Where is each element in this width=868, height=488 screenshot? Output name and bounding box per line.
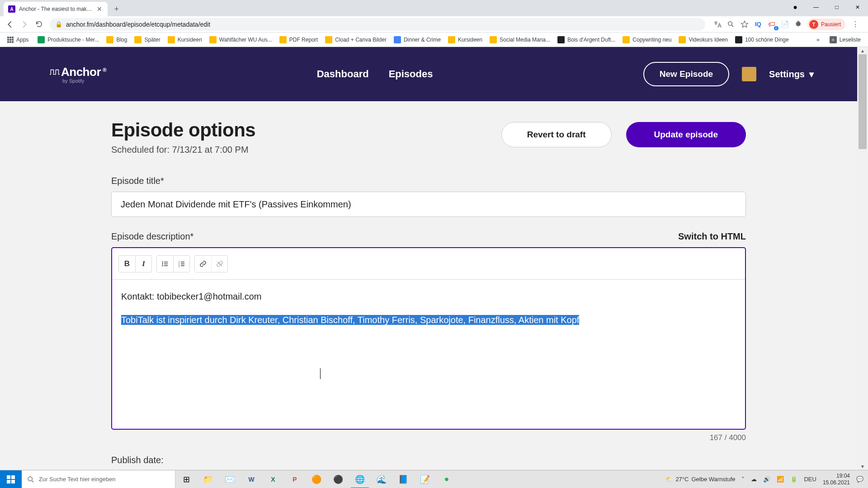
notepad-icon[interactable]: 📝 — [414, 470, 436, 488]
reload-button[interactable] — [33, 18, 45, 31]
bookmark-label: Später — [144, 37, 160, 43]
bookmark-label: Wahlfächer WU Aus... — [219, 37, 272, 43]
task-view-icon[interactable]: ⊞ — [175, 470, 197, 488]
anchor-logo[interactable]: ⎍⎍Anchor® by Spotify — [50, 65, 106, 84]
nav-episodes[interactable]: Episodes — [389, 68, 433, 80]
user-avatar[interactable] — [742, 67, 756, 81]
wifi-icon[interactable]: 📶 — [777, 476, 784, 483]
bookmark-item[interactable]: Kursideen — [444, 36, 486, 43]
back-button[interactable] — [4, 18, 16, 31]
extension-iq-icon[interactable]: IQ — [753, 19, 763, 29]
episode-description-label: Episode description* — [111, 231, 193, 242]
profile-chip[interactable]: T Pausiert — [807, 19, 845, 30]
address-bar[interactable]: 🔒 anchor.fm/dashboard/episode/etcqup/met… — [50, 18, 705, 31]
tab-close-icon[interactable]: ✕ — [96, 6, 103, 12]
svg-point-7 — [28, 477, 32, 481]
bookmark-label: 100 schöne Dinge — [745, 37, 789, 43]
bookmark-label: Kursideen — [458, 37, 482, 43]
chrome-icon[interactable]: 🌐 — [349, 470, 371, 488]
weather-widget[interactable]: ⛅ 27°C Gelbe Warnstufe — [665, 476, 735, 483]
notifications-icon[interactable]: 💬 — [856, 476, 863, 483]
bookmark-item[interactable]: Später — [131, 36, 164, 43]
bookmark-icon — [679, 36, 686, 43]
numbered-list-button[interactable]: 123 — [173, 256, 189, 272]
language-indicator[interactable]: DEU — [804, 476, 816, 483]
word-icon[interactable]: W — [241, 470, 262, 488]
character-count: 167 / 4000 — [111, 433, 746, 442]
extensions-puzzle-icon[interactable] — [794, 19, 804, 29]
close-window-button[interactable]: ✕ — [847, 0, 868, 14]
bookmark-item[interactable]: Dinner & Crime — [390, 36, 444, 43]
bookmark-item[interactable]: Videokurs Ideen — [675, 36, 731, 43]
onedrive-icon[interactable]: ☁ — [751, 476, 757, 483]
anchor-wave-icon: ⎍⎍ — [50, 67, 59, 77]
settings-dropdown[interactable]: Settings ▾ — [769, 69, 814, 80]
clock[interactable]: 19:04 15.06.2021 — [823, 473, 850, 486]
bookmark-item[interactable]: Social Media Mana... — [486, 36, 554, 43]
switch-to-html-button[interactable]: Switch to HTML — [678, 231, 746, 242]
taskbar-search[interactable]: Zur Suche Text hier eingeben — [22, 470, 175, 488]
battery-icon[interactable]: 🔋 — [790, 476, 797, 483]
scroll-down-arrow[interactable]: ▼ — [857, 463, 868, 470]
bookmark-item[interactable]: Kursideen — [164, 36, 206, 43]
scroll-thumb[interactable] — [859, 54, 867, 149]
bookmark-item[interactable]: Blog — [103, 36, 131, 43]
nav-dashboard[interactable]: Dashboard — [317, 68, 369, 80]
translate-icon[interactable] — [712, 19, 722, 29]
reading-list-button[interactable]: ≡ Leseliste — [826, 36, 864, 43]
vertical-scrollbar[interactable]: ▲ ▼ — [857, 47, 868, 470]
revert-to-draft-button[interactable]: Revert to draft — [501, 122, 612, 147]
apps-button[interactable]: Apps — [4, 37, 32, 43]
excel-icon[interactable]: X — [262, 470, 284, 488]
chevron-down-icon: ▾ — [809, 69, 814, 80]
browser-tab[interactable]: A Anchor - The easiest to mak… ✕ — [4, 2, 108, 16]
unlink-button[interactable] — [211, 256, 227, 272]
bookmarks-overflow[interactable]: » — [814, 37, 822, 43]
minimize-button[interactable]: — — [806, 0, 826, 14]
bold-button[interactable]: B — [119, 256, 135, 272]
bookmark-item[interactable]: Copywriting neu — [619, 36, 675, 43]
bookmark-item[interactable]: PDF Report — [276, 36, 321, 43]
tray-chevron-up-icon[interactable]: ˄ — [741, 476, 745, 483]
italic-button[interactable]: I — [135, 256, 151, 272]
bookmark-item[interactable]: Bois d'Argent Duft... — [554, 36, 619, 43]
account-dot-icon[interactable]: ● — [785, 0, 806, 14]
edge-icon[interactable]: 🌊 — [371, 470, 392, 488]
chrome-menu-button[interactable]: ⋮ — [849, 18, 862, 31]
mail-icon[interactable]: ✉️ — [219, 470, 241, 488]
bullet-list-button[interactable] — [157, 256, 173, 272]
powerpoint-icon[interactable]: P — [284, 470, 306, 488]
link-button[interactable] — [195, 256, 211, 272]
weather-icon: ⛅ — [665, 476, 673, 483]
app-icon-1[interactable]: 🟠 — [306, 470, 327, 488]
app-icon-2[interactable]: 📘 — [392, 470, 414, 488]
extension-script-icon[interactable]: 📄 — [780, 19, 790, 29]
zoom-icon[interactable] — [726, 19, 736, 29]
bookmark-item[interactable]: Wahlfächer WU Aus... — [206, 36, 276, 43]
maximize-button[interactable]: □ — [826, 0, 847, 14]
start-button[interactable] — [0, 470, 22, 488]
extension-cart-icon[interactable]: 🏷0 — [767, 19, 777, 29]
update-episode-button[interactable]: Update episode — [626, 122, 746, 147]
spotify-icon[interactable]: ● — [436, 470, 458, 488]
editor-textarea[interactable]: Kontakt: tobibecker1@hotmail.com TobiTal… — [112, 280, 745, 429]
episode-title-input[interactable] — [111, 192, 746, 217]
volume-icon[interactable]: 🔊 — [763, 476, 770, 483]
new-episode-button[interactable]: New Episode — [643, 62, 729, 86]
bookmark-icon — [623, 36, 630, 43]
file-explorer-icon[interactable]: 📁 — [197, 470, 219, 488]
scroll-up-arrow[interactable]: ▲ — [857, 47, 868, 54]
bookmark-label: Cload + Canva Bilder — [335, 37, 387, 43]
obs-icon[interactable]: ⚫ — [327, 470, 349, 488]
lock-icon: 🔒 — [55, 21, 62, 28]
forward-button[interactable] — [18, 18, 31, 31]
bookmark-item[interactable]: 100 schöne Dinge — [731, 36, 793, 43]
desc-line-2-selected: TobiTalk ist inspiriert durch Dirk Kreut… — [121, 315, 579, 325]
bookmark-star-icon[interactable] — [740, 19, 750, 29]
bookmark-item[interactable]: Cload + Canva Bilder — [321, 36, 390, 43]
profile-avatar: T — [809, 20, 818, 29]
bookmark-item[interactable]: Produktsuche - Mer... — [34, 36, 103, 43]
anchor-header: ⎍⎍Anchor® by Spotify Dashboard Episodes … — [0, 47, 857, 101]
toolbar-icons: IQ 🏷0 📄 T Pausiert ⋮ — [710, 18, 864, 31]
new-tab-button[interactable]: + — [110, 3, 123, 15]
